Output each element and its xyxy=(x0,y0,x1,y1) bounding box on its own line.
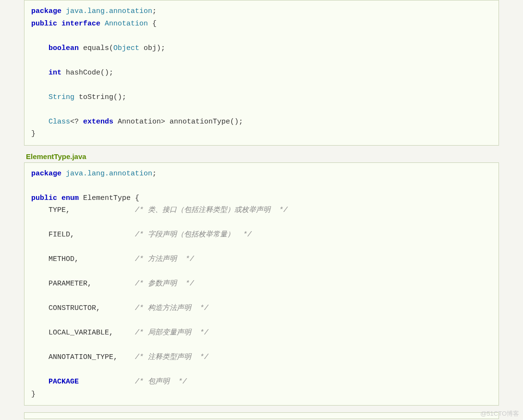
section-title-elementtype: ElementType.java xyxy=(24,146,499,162)
page-container: package java.lang.annotation; public int… xyxy=(0,0,523,419)
watermark-text: @51CTO博客 xyxy=(480,409,519,418)
empty-block xyxy=(24,412,499,419)
code-block-elementtype: package java.lang.annotation; public enu… xyxy=(24,162,499,406)
code-block-annotation: package java.lang.annotation; public int… xyxy=(24,0,499,146)
